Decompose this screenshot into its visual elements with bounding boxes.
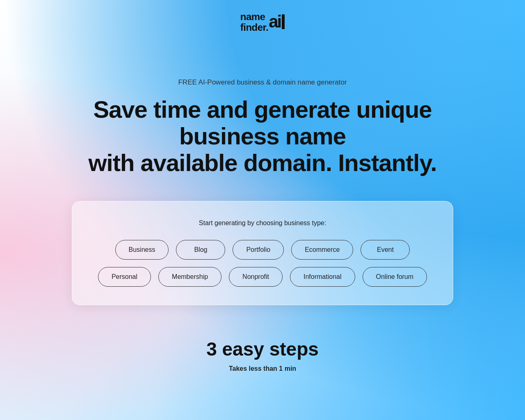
card-label: Start generating by choosing business ty… [97,219,428,227]
type-button-membership[interactable]: Membership [158,267,221,287]
logo-cursor-icon [282,14,285,29]
type-button-blog[interactable]: Blog [176,240,225,260]
business-type-card: Start generating by choosing business ty… [72,201,453,305]
type-button-personal[interactable]: Personal [98,267,151,287]
steps-section: 3 easy steps Takes less than 1 min [206,338,319,372]
hero-section: FREE AI-Powered business & domain name g… [45,78,480,176]
logo-finder: finder. [240,22,269,33]
button-row-1: Business Blog Portfolio Ecommerce Event [115,240,410,260]
hero-title: Save time and generate unique business n… [78,96,447,176]
steps-title: 3 easy steps [206,338,319,360]
logo[interactable]: name finder. ai [240,11,285,33]
type-button-event[interactable]: Event [361,240,410,260]
steps-subtitle: Takes less than 1 min [206,365,319,372]
type-button-business[interactable]: Business [115,240,169,260]
type-button-portfolio[interactable]: Portfolio [233,240,284,260]
hero-subtitle: FREE AI-Powered business & domain name g… [78,78,447,87]
type-button-nonprofit[interactable]: Nonprofit [229,267,283,287]
hero-title-line1: Save time and generate unique business n… [93,96,431,149]
button-grid: Business Blog Portfolio Ecommerce Event … [97,240,428,287]
logo-name: name [240,11,269,22]
logo-ai-text: ai [269,13,281,30]
type-button-online-forum[interactable]: Online forum [363,267,427,287]
button-row-2: Personal Membership Nonprofit Informatio… [98,267,427,287]
header: name finder. ai [0,0,525,33]
hero-title-line2: with available domain. Instantly. [88,149,436,176]
type-button-ecommerce[interactable]: Ecommerce [291,240,353,260]
type-button-informational[interactable]: Informational [290,267,355,287]
